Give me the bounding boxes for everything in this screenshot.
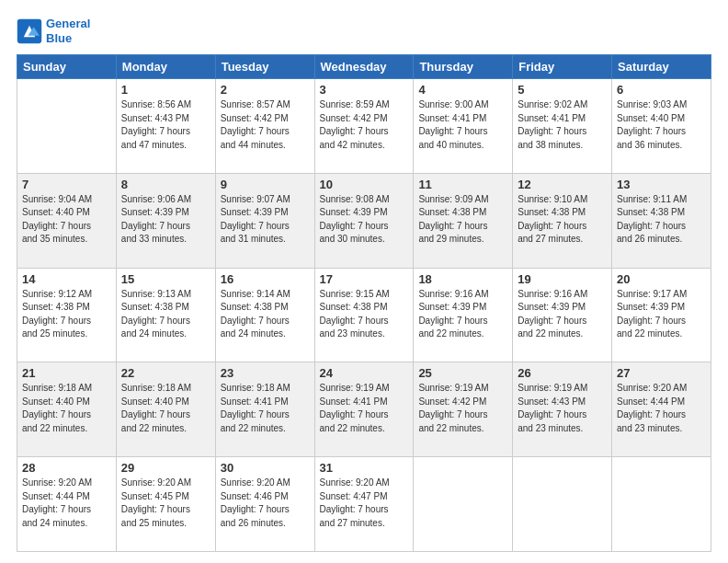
day-number: 6 <box>617 83 706 97</box>
calendar-week-row: 28Sunrise: 9:20 AM Sunset: 4:44 PM Dayli… <box>17 457 711 552</box>
calendar-cell: 12Sunrise: 9:10 AM Sunset: 4:38 PM Dayli… <box>513 173 612 268</box>
calendar-cell: 5Sunrise: 9:02 AM Sunset: 4:41 PM Daylig… <box>513 79 612 174</box>
day-number: 23 <box>221 366 310 380</box>
calendar-cell: 20Sunrise: 9:17 AM Sunset: 4:39 PM Dayli… <box>612 268 711 362</box>
day-info: Sunrise: 9:03 AM Sunset: 4:40 PM Dayligh… <box>617 98 706 152</box>
day-number: 13 <box>617 178 706 191</box>
day-number: 11 <box>418 178 507 191</box>
day-info: Sunrise: 9:20 AM Sunset: 4:44 PM Dayligh… <box>617 382 706 435</box>
calendar-cell: 6Sunrise: 9:03 AM Sunset: 4:40 PM Daylig… <box>612 79 711 174</box>
day-number: 10 <box>320 178 409 191</box>
day-info: Sunrise: 9:16 AM Sunset: 4:39 PM Dayligh… <box>418 288 507 341</box>
day-number: 16 <box>221 272 310 286</box>
page: General Blue SundayMondayTuesdayWednesda… <box>0 0 728 563</box>
calendar-table: SundayMondayTuesdayWednesdayThursdayFrid… <box>17 54 711 552</box>
calendar-cell: 19Sunrise: 9:16 AM Sunset: 4:39 PM Dayli… <box>513 268 612 362</box>
day-number: 27 <box>617 366 706 380</box>
day-number: 9 <box>221 178 310 191</box>
calendar-cell <box>17 79 117 174</box>
day-number: 7 <box>22 178 111 191</box>
calendar-week-row: 21Sunrise: 9:18 AM Sunset: 4:40 PM Dayli… <box>17 362 711 457</box>
day-info: Sunrise: 8:57 AM Sunset: 4:42 PM Dayligh… <box>221 98 310 152</box>
logo-text: General Blue <box>46 17 90 45</box>
day-number: 5 <box>518 83 607 97</box>
calendar-cell: 31Sunrise: 9:20 AM Sunset: 4:47 PM Dayli… <box>314 457 414 552</box>
day-info: Sunrise: 9:14 AM Sunset: 4:38 PM Dayligh… <box>221 288 310 341</box>
day-number: 14 <box>22 272 111 286</box>
calendar-header-row: SundayMondayTuesdayWednesdayThursdayFrid… <box>17 55 711 79</box>
day-number: 4 <box>418 83 507 97</box>
day-info: Sunrise: 9:20 AM Sunset: 4:44 PM Dayligh… <box>22 477 111 530</box>
day-number: 31 <box>320 461 409 475</box>
calendar-cell: 17Sunrise: 9:15 AM Sunset: 4:38 PM Dayli… <box>314 268 414 362</box>
calendar-cell: 3Sunrise: 8:59 AM Sunset: 4:42 PM Daylig… <box>314 79 414 174</box>
day-number: 19 <box>518 272 607 286</box>
day-info: Sunrise: 9:15 AM Sunset: 4:38 PM Dayligh… <box>320 288 409 341</box>
header: General Blue <box>17 17 711 45</box>
day-header: Thursday <box>414 55 513 79</box>
day-info: Sunrise: 8:59 AM Sunset: 4:42 PM Dayligh… <box>320 98 409 152</box>
day-info: Sunrise: 8:56 AM Sunset: 4:43 PM Dayligh… <box>121 98 210 152</box>
day-number: 8 <box>121 178 210 191</box>
day-info: Sunrise: 9:12 AM Sunset: 4:38 PM Dayligh… <box>22 288 111 341</box>
calendar-cell: 30Sunrise: 9:20 AM Sunset: 4:46 PM Dayli… <box>215 457 314 552</box>
day-info: Sunrise: 9:17 AM Sunset: 4:39 PM Dayligh… <box>617 288 706 341</box>
day-info: Sunrise: 9:16 AM Sunset: 4:39 PM Dayligh… <box>518 288 607 341</box>
calendar-week-row: 14Sunrise: 9:12 AM Sunset: 4:38 PM Dayli… <box>17 268 711 362</box>
logo-icon <box>17 18 42 44</box>
day-number: 2 <box>221 83 310 97</box>
day-info: Sunrise: 9:18 AM Sunset: 4:41 PM Dayligh… <box>221 382 310 435</box>
day-info: Sunrise: 9:20 AM Sunset: 4:47 PM Dayligh… <box>320 477 409 530</box>
calendar-cell: 18Sunrise: 9:16 AM Sunset: 4:39 PM Dayli… <box>414 268 513 362</box>
day-info: Sunrise: 9:02 AM Sunset: 4:41 PM Dayligh… <box>518 98 607 152</box>
day-info: Sunrise: 9:13 AM Sunset: 4:38 PM Dayligh… <box>121 288 210 341</box>
day-info: Sunrise: 9:20 AM Sunset: 4:46 PM Dayligh… <box>221 477 310 530</box>
calendar-week-row: 7Sunrise: 9:04 AM Sunset: 4:40 PM Daylig… <box>17 173 711 268</box>
day-header: Friday <box>513 55 612 79</box>
calendar-cell: 2Sunrise: 8:57 AM Sunset: 4:42 PM Daylig… <box>215 79 314 174</box>
day-info: Sunrise: 9:06 AM Sunset: 4:39 PM Dayligh… <box>121 193 210 247</box>
day-number: 24 <box>320 366 409 380</box>
calendar-cell: 8Sunrise: 9:06 AM Sunset: 4:39 PM Daylig… <box>116 173 215 268</box>
calendar-cell: 23Sunrise: 9:18 AM Sunset: 4:41 PM Dayli… <box>215 362 314 457</box>
day-info: Sunrise: 9:19 AM Sunset: 4:43 PM Dayligh… <box>518 382 607 435</box>
day-number: 29 <box>121 461 210 475</box>
calendar-cell <box>414 457 513 552</box>
calendar-cell: 1Sunrise: 8:56 AM Sunset: 4:43 PM Daylig… <box>116 79 215 174</box>
day-number: 22 <box>121 366 210 380</box>
day-info: Sunrise: 9:20 AM Sunset: 4:45 PM Dayligh… <box>121 477 210 530</box>
calendar-cell: 15Sunrise: 9:13 AM Sunset: 4:38 PM Dayli… <box>116 268 215 362</box>
day-info: Sunrise: 9:11 AM Sunset: 4:38 PM Dayligh… <box>617 193 706 247</box>
day-number: 3 <box>320 83 409 97</box>
day-info: Sunrise: 9:07 AM Sunset: 4:39 PM Dayligh… <box>221 193 310 247</box>
day-number: 18 <box>418 272 507 286</box>
day-number: 26 <box>518 366 607 380</box>
calendar-cell: 25Sunrise: 9:19 AM Sunset: 4:42 PM Dayli… <box>414 362 513 457</box>
day-info: Sunrise: 9:19 AM Sunset: 4:42 PM Dayligh… <box>418 382 507 435</box>
logo: General Blue <box>17 17 90 45</box>
calendar-cell <box>612 457 711 552</box>
day-number: 28 <box>22 461 111 475</box>
day-number: 25 <box>418 366 507 380</box>
day-number: 12 <box>518 178 607 191</box>
day-number: 30 <box>221 461 310 475</box>
day-header: Sunday <box>17 55 117 79</box>
calendar-cell: 11Sunrise: 9:09 AM Sunset: 4:38 PM Dayli… <box>414 173 513 268</box>
calendar-cell: 14Sunrise: 9:12 AM Sunset: 4:38 PM Dayli… <box>17 268 117 362</box>
calendar-cell: 22Sunrise: 9:18 AM Sunset: 4:40 PM Dayli… <box>116 362 215 457</box>
day-info: Sunrise: 9:00 AM Sunset: 4:41 PM Dayligh… <box>418 98 507 152</box>
day-info: Sunrise: 9:10 AM Sunset: 4:38 PM Dayligh… <box>518 193 607 247</box>
day-info: Sunrise: 9:09 AM Sunset: 4:38 PM Dayligh… <box>418 193 507 247</box>
day-number: 17 <box>320 272 409 286</box>
calendar-week-row: 1Sunrise: 8:56 AM Sunset: 4:43 PM Daylig… <box>17 79 711 174</box>
calendar-cell: 16Sunrise: 9:14 AM Sunset: 4:38 PM Dayli… <box>215 268 314 362</box>
calendar-cell: 13Sunrise: 9:11 AM Sunset: 4:38 PM Dayli… <box>612 173 711 268</box>
calendar-cell: 26Sunrise: 9:19 AM Sunset: 4:43 PM Dayli… <box>513 362 612 457</box>
day-number: 1 <box>121 83 210 97</box>
calendar-cell: 29Sunrise: 9:20 AM Sunset: 4:45 PM Dayli… <box>116 457 215 552</box>
calendar-cell: 24Sunrise: 9:19 AM Sunset: 4:41 PM Dayli… <box>314 362 414 457</box>
calendar-cell: 21Sunrise: 9:18 AM Sunset: 4:40 PM Dayli… <box>17 362 117 457</box>
day-info: Sunrise: 9:18 AM Sunset: 4:40 PM Dayligh… <box>121 382 210 435</box>
day-info: Sunrise: 9:08 AM Sunset: 4:39 PM Dayligh… <box>320 193 409 247</box>
day-number: 15 <box>121 272 210 286</box>
